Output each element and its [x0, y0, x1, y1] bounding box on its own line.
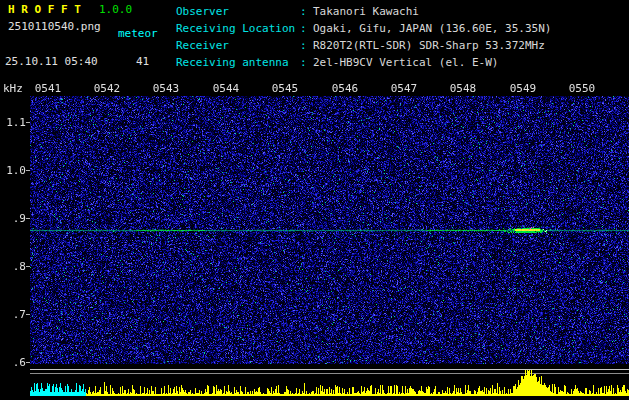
time-tick-label: 0543	[151, 82, 181, 95]
info-row-location: Receiving Location : Ogaki, Gifu, JAPAN …	[176, 21, 551, 38]
output-filename: 2510110540.png	[8, 20, 101, 33]
spectrogram-canvas	[0, 78, 629, 400]
time-tick-label: 0546	[330, 82, 360, 95]
info-label: Receiving Location	[176, 21, 300, 38]
time-tick-label: 0545	[270, 82, 300, 95]
time-tick-label: 0542	[92, 82, 122, 95]
app-version: 1.0.0	[99, 3, 132, 16]
capture-datetime: 25.10.11 05:40	[5, 55, 98, 68]
info-separator: :	[300, 4, 308, 21]
mode-label: meteor	[118, 27, 158, 40]
info-separator: :	[300, 21, 308, 38]
freq-tick-label: .9	[0, 212, 26, 225]
info-label: Observer	[176, 4, 300, 21]
echo-count: 41	[136, 55, 149, 68]
info-row-antenna: Receiving antenna : 2el-HB9CV Vertical (…	[176, 55, 551, 72]
time-tick-label: 0541	[33, 82, 63, 95]
freq-tick-label: 1.0	[0, 164, 26, 177]
freq-tick-label: 1.1	[0, 116, 26, 129]
info-separator: :	[300, 38, 308, 55]
info-separator: :	[300, 55, 308, 72]
time-tick-label: 0544	[211, 82, 241, 95]
freq-tick-label: .8	[0, 260, 26, 273]
freq-tick-label: .7	[0, 308, 26, 321]
info-label: Receiver	[176, 38, 300, 55]
app-title: H R O F F T	[8, 3, 81, 16]
time-tick-label: 0549	[508, 82, 538, 95]
y-axis-unit-label: kHz	[3, 82, 23, 95]
info-value: R820T2(RTL-SDR) SDR-Sharp 53.372MHz	[308, 38, 545, 55]
hrofft-screen: H R O F F T 1.0.0 2510110540.png meteor …	[0, 0, 629, 400]
info-value: 2el-HB9CV Vertical (el. E-W)	[308, 55, 498, 72]
time-tick-label: 0550	[567, 82, 597, 95]
info-value: Takanori Kawachi	[308, 4, 419, 21]
station-info: Observer : Takanori Kawachi Receiving Lo…	[176, 4, 551, 72]
info-row-receiver: Receiver : R820T2(RTL-SDR) SDR-Sharp 53.…	[176, 38, 551, 55]
freq-tick-label: .6	[0, 356, 26, 369]
info-label: Receiving antenna	[176, 55, 300, 72]
time-tick-label: 0547	[389, 82, 419, 95]
info-value: Ogaki, Gifu, JAPAN (136.60E, 35.35N)	[308, 21, 551, 38]
info-row-observer: Observer : Takanori Kawachi	[176, 4, 551, 21]
time-tick-label: 0548	[448, 82, 478, 95]
